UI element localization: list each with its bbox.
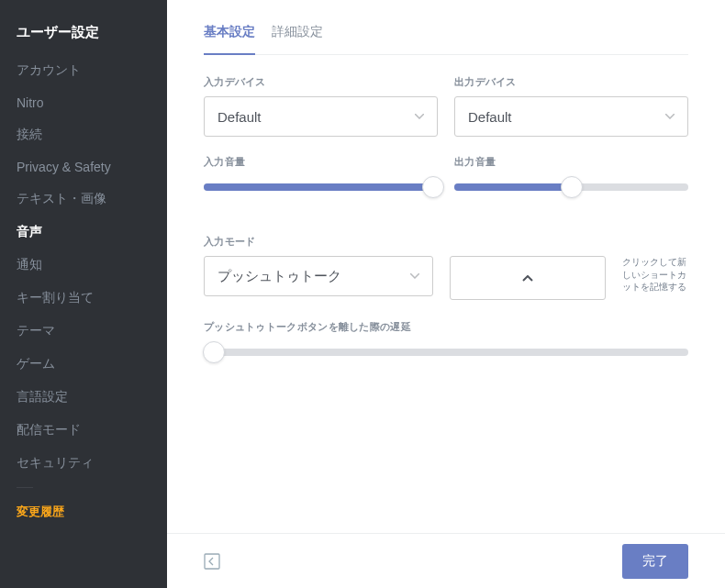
output-device-label: 出力デバイス <box>454 75 688 89</box>
sidebar-item-security[interactable]: セキュリティ <box>0 447 167 480</box>
tab-advanced[interactable]: 詳細設定 <box>272 24 323 55</box>
output-device-select[interactable]: Default <box>454 96 688 137</box>
input-device-select[interactable]: Default <box>204 96 438 137</box>
sidebar-item-nitro[interactable]: Nitro <box>0 87 167 118</box>
shortcut-hint-text: クリックして新しいショートカットを記憶する <box>622 256 688 294</box>
sidebar-item-streamer[interactable]: 配信モード <box>0 414 167 447</box>
input-volume-slider[interactable] <box>204 176 438 198</box>
sidebar-item-voice[interactable]: 音声 <box>0 216 167 249</box>
input-volume-label: 入力音量 <box>204 155 438 169</box>
sidebar-item-theme[interactable]: テーマ <box>0 315 167 348</box>
sidebar-item-account[interactable]: アカウント <box>0 54 167 87</box>
chevron-down-icon <box>410 273 419 279</box>
input-mode-label: 入力モード <box>204 235 688 249</box>
sidebar-item-games[interactable]: ゲーム <box>0 348 167 381</box>
output-volume-group: 出力音量 <box>454 155 688 198</box>
input-mode-select[interactable]: プッシュトゥトーク <box>204 256 433 296</box>
input-device-value: Default <box>218 109 262 125</box>
tab-basic[interactable]: 基本設定 <box>204 24 255 55</box>
tabs: 基本設定 詳細設定 <box>204 24 688 55</box>
footer: 完了 <box>167 533 725 588</box>
output-device-value: Default <box>468 109 512 125</box>
input-volume-group: 入力音量 <box>204 155 438 198</box>
output-device-group: 出力デバイス Default <box>454 75 688 137</box>
sidebar-item-notifications[interactable]: 通知 <box>0 249 167 282</box>
sidebar-item-text-images[interactable]: テキスト・画像 <box>0 183 167 216</box>
sidebar-item-connections[interactable]: 接続 <box>0 118 167 151</box>
input-device-label: 入力デバイス <box>204 75 438 89</box>
sidebar-separator <box>17 487 33 488</box>
sidebar-item-keybinds[interactable]: キー割り当て <box>0 282 167 315</box>
back-icon[interactable] <box>204 553 220 570</box>
sidebar-item-language[interactable]: 言語設定 <box>0 381 167 414</box>
sidebar: ユーザー設定 アカウント Nitro 接続 Privacy & Safety テ… <box>0 0 167 588</box>
chevron-up-icon <box>522 275 533 282</box>
content-area: 基本設定 詳細設定 入力デバイス Default 出力デバイス Default <box>167 0 725 533</box>
release-delay-label: プッシュトゥトークボタンを離した際の遅延 <box>204 320 688 334</box>
input-device-group: 入力デバイス Default <box>204 75 438 137</box>
input-mode-value: プッシュトゥトーク <box>218 268 341 285</box>
chevron-down-icon <box>665 114 675 119</box>
svg-rect-0 <box>205 554 219 569</box>
output-volume-label: 出力音量 <box>454 155 688 169</box>
done-button[interactable]: 完了 <box>622 544 688 579</box>
sidebar-title: ユーザー設定 <box>0 18 167 54</box>
sidebar-item-privacy[interactable]: Privacy & Safety <box>0 151 167 183</box>
chevron-down-icon <box>415 114 424 119</box>
release-delay-slider[interactable] <box>204 341 688 363</box>
sidebar-item-changelog[interactable]: 変更履歴 <box>0 495 167 528</box>
shortcut-record-box[interactable] <box>450 256 606 300</box>
main-panel: 基本設定 詳細設定 入力デバイス Default 出力デバイス Default <box>167 0 725 588</box>
output-volume-slider[interactable] <box>454 176 688 198</box>
